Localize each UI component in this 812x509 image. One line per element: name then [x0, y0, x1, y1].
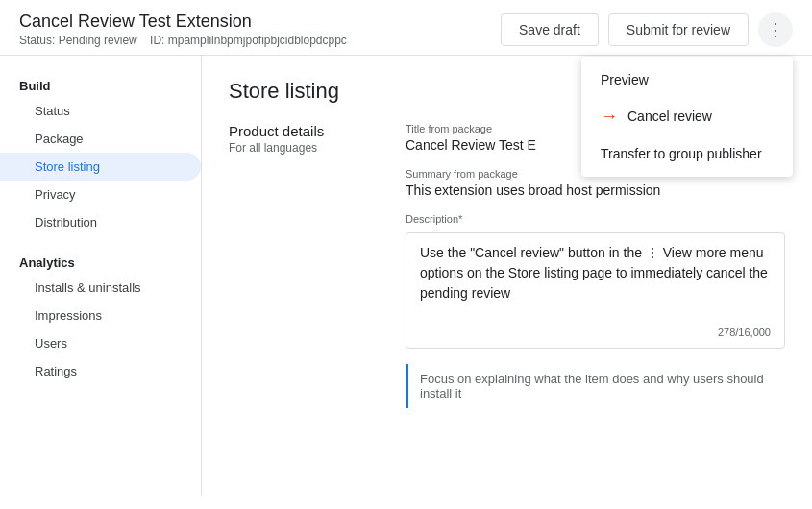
summary-value: This extension uses broad host permissio… — [406, 182, 785, 198]
more-options-button[interactable]: ⋮ — [758, 12, 793, 47]
description-label: Description* — [406, 213, 785, 225]
preview-label: Preview — [601, 72, 649, 87]
sidebar-item-privacy[interactable]: Privacy — [0, 181, 201, 208]
sidebar: Build Status Package Store listing Priva… — [0, 56, 202, 495]
submit-review-button[interactable]: Submit for review — [608, 13, 749, 46]
cancel-review-label: Cancel review — [627, 109, 712, 124]
sidebar-item-users[interactable]: Users — [0, 329, 201, 357]
description-box: 278/16,000 — [406, 232, 785, 349]
sidebar-item-status[interactable]: Status — [0, 97, 201, 125]
sidebar-build-section: Build — [0, 71, 201, 97]
description-field-block: Description* 278/16,000 — [406, 213, 785, 349]
more-dots-icon: ⋮ — [767, 19, 784, 40]
sidebar-analytics-section: Analytics — [0, 248, 201, 274]
id-text: ID: mpamplilnbpmjpofipbjcidblopdcppc — [150, 34, 347, 47]
header-right: Save draft Submit for review ⋮ Preview →… — [501, 12, 793, 47]
sidebar-item-impressions[interactable]: Impressions — [0, 302, 201, 329]
char-count: 278/16,000 — [420, 327, 771, 338]
header-subtitle: Status: Pending review ID: mpamplilnbpmj… — [19, 34, 347, 47]
sidebar-item-ratings[interactable]: Ratings — [0, 357, 201, 385]
sidebar-item-package[interactable]: Package — [0, 125, 201, 153]
sidebar-item-store-listing[interactable]: Store listing — [0, 153, 201, 181]
product-details-sub: For all languages — [229, 141, 382, 155]
dropdown-item-cancel-review[interactable]: → Cancel review — [581, 97, 793, 136]
transfer-label: Transfer to group publisher — [601, 146, 762, 161]
page-title: Cancel Review Test Extension — [19, 12, 347, 32]
header: Cancel Review Test Extension Status: Pen… — [0, 0, 812, 56]
dropdown-menu: Preview → Cancel review Transfer to grou… — [581, 57, 793, 177]
sidebar-item-distribution[interactable]: Distribution — [0, 208, 201, 236]
product-details-heading: Product details — [229, 123, 382, 139]
product-details-left: Product details For all languages — [229, 123, 382, 408]
focus-hint: Focus on explaining what the item does a… — [406, 364, 785, 408]
sidebar-item-installs[interactable]: Installs & uninstalls — [0, 274, 201, 302]
header-left: Cancel Review Test Extension Status: Pen… — [19, 12, 347, 47]
description-textarea[interactable] — [420, 243, 771, 320]
arrow-right-icon: → — [601, 107, 618, 127]
dropdown-item-preview[interactable]: Preview — [581, 62, 793, 97]
save-draft-button[interactable]: Save draft — [501, 13, 599, 46]
status-text: Status: Pending review — [19, 34, 137, 47]
dropdown-item-transfer[interactable]: Transfer to group publisher — [581, 136, 793, 171]
